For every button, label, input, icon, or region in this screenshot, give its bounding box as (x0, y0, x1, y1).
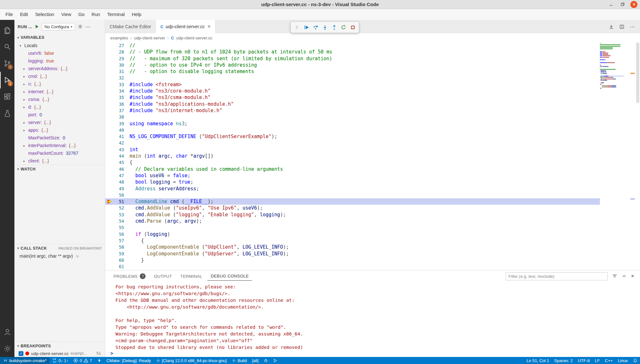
gutter-breakpoint-zone[interactable] (105, 186, 114, 192)
console-prompt[interactable]: > (105, 350, 640, 357)
activity-testing[interactable] (0, 105, 14, 122)
code-text[interactable] (130, 263, 600, 270)
code-line-38[interactable]: 38 (105, 114, 600, 120)
code-text[interactable]: int (130, 146, 600, 153)
close-icon[interactable] (630, 1, 637, 8)
language-mode[interactable]: C++ (602, 357, 615, 364)
menu-item-file[interactable]: File (2, 10, 16, 19)
code-text[interactable]: bool useV6 = false; (130, 172, 600, 179)
line-number[interactable]: 48 (114, 179, 130, 185)
code-text[interactable] (130, 224, 600, 231)
minimize-icon[interactable] (607, 1, 614, 8)
variable-row-csma[interactable]: ▸csma:{...} (14, 95, 105, 103)
code-line-27[interactable]: 27// (105, 42, 600, 49)
line-number[interactable]: 56 (114, 231, 130, 237)
code-text[interactable]: NS_LOG_COMPONENT_DEFINE ("UdpClientServe… (130, 133, 600, 140)
cmake-debug-button[interactable] (261, 357, 271, 364)
code-text[interactable] (130, 140, 600, 146)
code-text[interactable]: #include "ns3/csma-module.h" (130, 94, 600, 101)
gutter-breakpoint-zone[interactable] (105, 127, 114, 133)
code-line-29[interactable]: 29// - maximum of 320 packets sent (or l… (105, 55, 600, 62)
toolbar-drag-handle[interactable] (293, 23, 301, 31)
step-over-icon[interactable] (311, 23, 320, 31)
activity-run-debug[interactable]: 1 (0, 72, 14, 88)
line-number[interactable]: 30 (114, 62, 130, 68)
activity-extensions[interactable] (0, 88, 14, 105)
gutter-breakpoint-zone[interactable] (105, 218, 114, 224)
activity-account[interactable] (0, 324, 14, 340)
gutter-breakpoint-zone[interactable] (105, 42, 114, 49)
line-number[interactable]: 42 (114, 140, 130, 146)
line-number[interactable]: 47 (114, 172, 130, 179)
code-line-47[interactable]: 47 bool useV6 = false; (105, 172, 600, 179)
restore-icon[interactable] (619, 1, 626, 8)
gutter-breakpoint-zone[interactable] (105, 231, 114, 237)
variable-row-internet[interactable]: ▸internet:{...} (14, 88, 105, 95)
debug-current-line-arrow[interactable] (105, 198, 114, 205)
gutter-breakpoint-zone[interactable] (105, 133, 114, 140)
activity-search[interactable] (0, 38, 14, 55)
code-text[interactable]: LogComponentEnable ("UdpClient", LOG_LEV… (130, 244, 600, 250)
gutter-breakpoint-zone[interactable] (105, 62, 114, 68)
twisty-icon[interactable]: ▸ (23, 90, 28, 94)
filter-icon[interactable] (612, 274, 617, 279)
code-line-45[interactable]: 45{ (105, 159, 600, 166)
twisty-icon[interactable]: ▸ (23, 75, 28, 78)
code-line-59[interactable]: 59 LogComponentEnable ("UdpServer", LOG_… (105, 251, 600, 257)
code-line-50[interactable]: 50 (105, 192, 600, 198)
code-text[interactable]: bool logging = true; (130, 179, 600, 185)
variable-row-port[interactable]: port:0 (14, 111, 105, 119)
activity-explorer[interactable] (0, 22, 14, 38)
line-number[interactable]: 60 (114, 257, 130, 263)
gutter-breakpoint-zone[interactable] (105, 224, 114, 231)
code-text[interactable] (130, 192, 600, 198)
line-number[interactable]: 27 (114, 42, 130, 49)
gutter-breakpoint-zone[interactable] (105, 81, 114, 88)
step-into-icon[interactable] (321, 23, 329, 31)
code-text[interactable]: cmd.AddValue ("logging", "Enable logging… (130, 211, 600, 218)
code-area[interactable]: 27//28// - UDP flow from n0 to n1 of 102… (105, 42, 600, 270)
code-line-55[interactable]: 55 (105, 224, 600, 231)
code-line-46[interactable]: 46 // Declare variables used in command-… (105, 166, 600, 172)
gutter-breakpoint-zone[interactable] (105, 120, 114, 127)
code-line-61[interactable]: 61 (105, 263, 600, 270)
start-debug-icon[interactable] (35, 24, 39, 29)
twisty-icon[interactable]: ▸ (23, 128, 28, 132)
code-line-35[interactable]: 35#include "ns3/csma-module.h" (105, 94, 600, 101)
problems-status[interactable]: 0 7 (71, 357, 94, 364)
variable-row-useV6[interactable]: useV6:false (14, 49, 105, 57)
gutter-breakpoint-zone[interactable] (105, 159, 114, 166)
line-number[interactable]: 31 (114, 68, 130, 75)
line-number[interactable]: 57 (114, 237, 130, 244)
step-out-icon[interactable] (330, 23, 338, 31)
code-text[interactable]: // (130, 42, 600, 49)
gutter-breakpoint-zone[interactable] (105, 179, 114, 185)
variable-row-apps[interactable]: ▸apps:{...} (14, 126, 105, 134)
twisty-icon[interactable]: ▸ (23, 105, 28, 109)
cmake-kit-selector[interactable]: [Clang 12.0.0 x86_64-pc-linux-gnu] (154, 357, 229, 364)
code-text[interactable]: if (logging) (130, 231, 600, 237)
breakpoint-item[interactable]: ✓ udp-client-server.cc exampl... 51 (14, 350, 105, 357)
code-line-37[interactable]: 37#include "ns3/internet-module.h" (105, 107, 600, 114)
gutter-breakpoint-zone[interactable] (105, 114, 114, 120)
code-line-56[interactable]: 56 if (logging) (105, 231, 600, 237)
breakpoints-section-header[interactable]: ▾ BREAKPOINTS (14, 342, 105, 350)
line-number[interactable]: 34 (114, 88, 130, 94)
code-editor[interactable]: 27//28// - UDP flow from n0 to n1 of 102… (105, 42, 640, 270)
code-line-54[interactable]: 54 cmd.Parse (argc, argv); (105, 218, 600, 224)
gutter-breakpoint-zone[interactable] (105, 140, 114, 146)
code-line-39[interactable]: 39using namespace ns3; (105, 120, 600, 127)
gutter-breakpoint-zone[interactable] (105, 153, 114, 159)
line-number[interactable]: 28 (114, 49, 130, 55)
code-line-30[interactable]: 30// - option to use IPv4 or IPv6 addres… (105, 62, 600, 68)
code-text[interactable]: cmd.Parse (argc, argv); (130, 218, 600, 224)
code-line-60[interactable]: 60 } (105, 257, 600, 263)
gutter-breakpoint-zone[interactable] (105, 88, 114, 94)
notifications-button[interactable] (630, 357, 640, 364)
breadcrumb-folder[interactable]: udp-client-server (134, 36, 165, 40)
more-actions-icon[interactable]: ⋯ (85, 24, 90, 30)
gutter-breakpoint-zone[interactable] (105, 55, 114, 62)
gutter-breakpoint-zone[interactable] (105, 205, 114, 211)
tab-output[interactable]: OUTPUT (151, 272, 175, 281)
minimap[interactable] (600, 43, 624, 91)
